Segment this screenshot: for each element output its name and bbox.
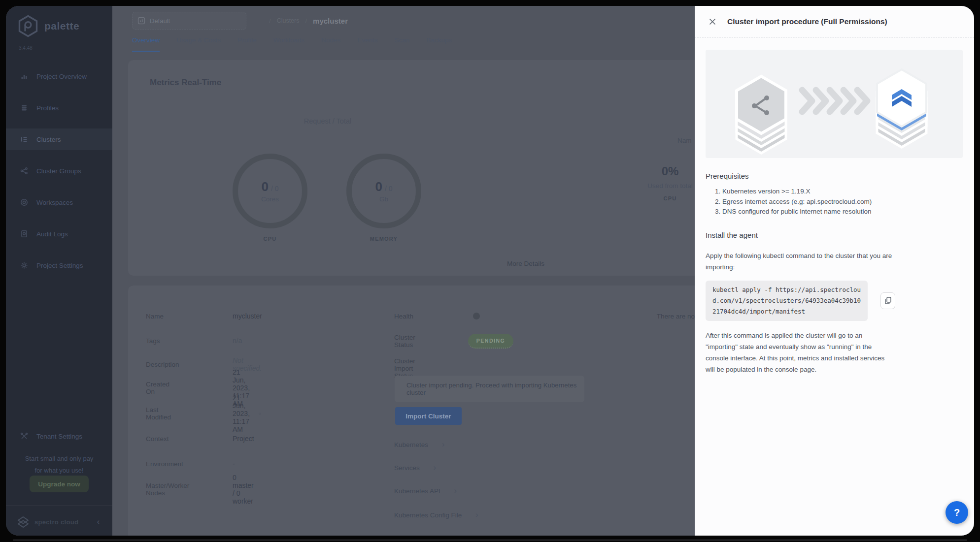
sidebar-item-label: Audit Logs bbox=[36, 230, 68, 238]
kubectl-command: kubectl apply -f https://api.spectroclou… bbox=[712, 285, 861, 317]
metrics-card: Metrics Real-Time Request / Total 0/ 0 C… bbox=[128, 60, 739, 276]
detail-label: Tags bbox=[146, 337, 160, 345]
document-icon bbox=[20, 230, 28, 238]
copy-command-button[interactable] bbox=[880, 292, 895, 309]
cluster-list-icon bbox=[20, 135, 28, 144]
project-selector[interactable]: Default bbox=[132, 12, 246, 30]
close-icon[interactable] bbox=[708, 17, 717, 27]
memory-gauge-caption: MEMORY bbox=[346, 236, 421, 242]
drawer-title: Cluster import procedure (Full Permissio… bbox=[727, 17, 887, 26]
cpu-gauge: 0/ 0 Cores CPU bbox=[233, 154, 307, 242]
link-label: Kubernetes Config File bbox=[394, 511, 462, 519]
detail-value: Project bbox=[233, 435, 254, 443]
promo-line: Start small and only pay bbox=[6, 453, 112, 465]
sidebar-item-label: Profiles bbox=[36, 104, 59, 112]
sidebar-divider bbox=[6, 505, 112, 506]
services-row[interactable]: Services› bbox=[394, 461, 436, 475]
memory-gauge-value: 0 bbox=[375, 179, 382, 194]
sidebar-item-project-overview[interactable]: Project Overview bbox=[6, 65, 112, 87]
sidebar-item-cluster-groups[interactable]: Cluster Groups bbox=[6, 160, 112, 182]
breadcrumb-current: mycluster bbox=[313, 17, 348, 25]
detail-value: - bbox=[233, 460, 235, 468]
network-icon bbox=[20, 167, 28, 175]
cpu-gauge-total: / 0 bbox=[271, 185, 279, 192]
prerequisites-title: Prerequisites bbox=[706, 172, 956, 180]
upgrade-promo: Start small and only pay for what you us… bbox=[6, 453, 112, 477]
detail-label: Environment bbox=[146, 460, 183, 468]
detail-value: 0 master / 0 worker bbox=[233, 474, 254, 505]
tab-backups[interactable]: Backups bbox=[426, 36, 452, 52]
prerequisite-item: Egress internet access (e.g: api.spectro… bbox=[722, 197, 956, 207]
sidebar-item-tenant-settings[interactable]: Tenant Settings bbox=[6, 425, 112, 447]
detail-label: Description bbox=[146, 361, 179, 368]
kubectl-command-block: kubectl apply -f https://api.spectroclou… bbox=[706, 281, 868, 321]
install-agent-title: Install the agent bbox=[706, 231, 956, 239]
palette-logo-icon bbox=[18, 15, 38, 37]
cluster-import-drawer: Cluster import procedure (Full Permissio… bbox=[695, 6, 974, 536]
app-version: 3.4.48 bbox=[19, 45, 33, 51]
info-icon bbox=[259, 410, 261, 417]
status-badge: PENDING bbox=[468, 334, 513, 349]
sidebar-item-label: Tenant Settings bbox=[36, 433, 82, 440]
detail-value: mycluster bbox=[233, 312, 262, 320]
memory-gauge: 0/ 0 Gb MEMORY bbox=[346, 154, 421, 242]
detail-value: n/a bbox=[233, 337, 242, 345]
metrics-title: Metrics Real-Time bbox=[150, 78, 221, 88]
sidebar-item-label: Workspaces bbox=[36, 199, 73, 206]
app-window: palette 3.4.48 Project Overview Profiles bbox=[6, 6, 974, 536]
sidebar-collapse-icon[interactable]: ‹ bbox=[97, 517, 100, 526]
cpu-gauge-caption: CPU bbox=[233, 236, 307, 242]
cpu-gauge-unit: Cores bbox=[261, 195, 279, 203]
health-status-dot bbox=[473, 313, 480, 319]
tab-usage-costs[interactable]: Usage & Costs bbox=[176, 36, 221, 52]
import-status-message: Cluster import pending. Proceed with imp… bbox=[395, 376, 584, 402]
cluster-details-card: Namemycluster Tagsn/a DescriptionNot spe… bbox=[128, 286, 739, 536]
upgrade-now-button[interactable]: Upgrade now bbox=[30, 476, 89, 492]
layers-icon bbox=[20, 104, 28, 112]
breadcrumb-separator: / bbox=[269, 17, 271, 25]
cpu-gauge-ring: 0/ 0 Cores bbox=[233, 154, 307, 228]
kubernetes-api-row[interactable]: Kubernetes API› bbox=[394, 484, 457, 498]
health-label: Health bbox=[394, 313, 413, 320]
breadcrumb-clusters-link[interactable]: Clusters bbox=[277, 17, 300, 24]
install-instruction: Apply the following kubectl command to t… bbox=[706, 250, 895, 273]
import-illustration bbox=[706, 50, 963, 158]
tab-workloads[interactable]: Workloads bbox=[273, 36, 305, 52]
metrics-subtitle: Request / Total bbox=[254, 117, 402, 125]
sidebar-item-audit-logs[interactable]: Audit Logs bbox=[6, 223, 112, 245]
link-label: Kubernetes bbox=[394, 441, 428, 448]
tools-icon bbox=[20, 432, 28, 441]
gear-icon bbox=[20, 261, 28, 270]
import-cluster-button[interactable]: Import Cluster bbox=[395, 407, 462, 425]
arrow-chevrons bbox=[802, 90, 867, 112]
breadcrumb: Default / Clusters / mycluster bbox=[132, 12, 348, 30]
more-details-link[interactable]: More Details bbox=[473, 260, 578, 267]
copy-icon bbox=[885, 297, 891, 304]
window-bottom-edge bbox=[13, 540, 967, 541]
prerequisite-item: DNS configured for public internet name … bbox=[722, 207, 956, 217]
sidebar-item-profiles[interactable]: Profiles bbox=[6, 97, 112, 119]
sidebar-item-workspaces[interactable]: Workspaces bbox=[6, 191, 112, 213]
sidebar-item-project-settings[interactable]: Project Settings bbox=[6, 255, 112, 276]
project-icon bbox=[137, 17, 145, 25]
memory-gauge-total: / 0 bbox=[385, 185, 393, 192]
tab-scan[interactable]: Scan bbox=[394, 36, 409, 52]
import-status-text: Cluster import pending. Proceed with imp… bbox=[406, 382, 584, 396]
help-button[interactable]: ? bbox=[946, 501, 968, 524]
sidebar-item-label: Project Overview bbox=[36, 73, 87, 80]
sidebar-item-clusters[interactable]: Clusters bbox=[6, 128, 112, 150]
chevron-right-icon: › bbox=[454, 487, 457, 495]
detail-label: Last Modified bbox=[146, 406, 171, 421]
tab-events[interactable]: Events bbox=[357, 36, 377, 52]
tab-overview[interactable]: Overview bbox=[132, 36, 160, 52]
detail-label: Created On bbox=[146, 381, 169, 395]
detail-label: Name bbox=[146, 313, 164, 320]
kubernetes-row[interactable]: Kubernetes› bbox=[394, 438, 444, 451]
tab-profile[interactable]: Profile bbox=[237, 36, 256, 52]
kubernetes-config-row[interactable]: Kubernetes Config File› bbox=[394, 508, 478, 522]
post-apply-note: After this command is applied the cluste… bbox=[706, 330, 895, 375]
prerequisite-item: Kubernetes version >= 1.19.X bbox=[722, 187, 956, 197]
clipped-column-label: Nam bbox=[677, 137, 692, 144]
tab-nodes[interactable]: Nodes bbox=[321, 36, 340, 52]
brand-row: spectro cloud ‹ bbox=[6, 512, 112, 532]
